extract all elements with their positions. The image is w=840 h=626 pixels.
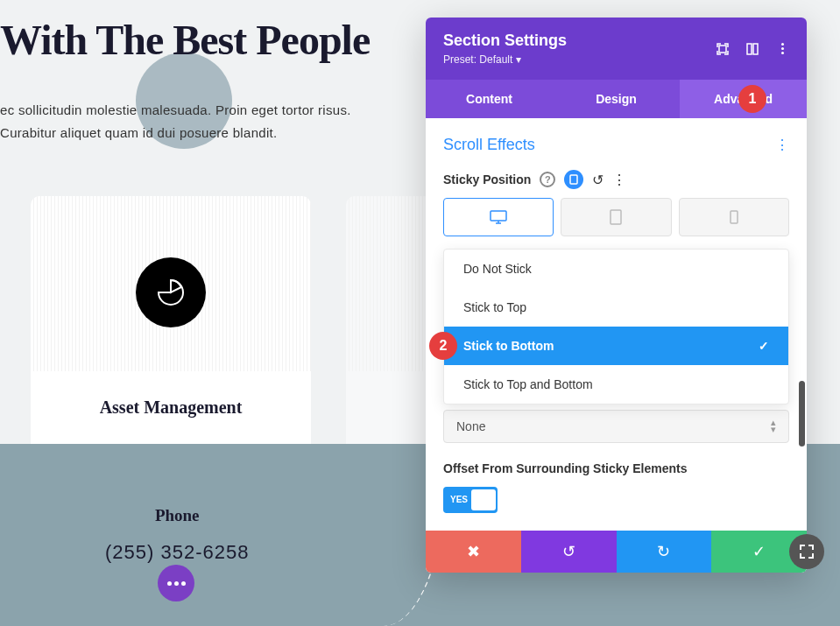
scrollbar[interactable] (799, 381, 805, 447)
updown-icon: ▴▾ (771, 419, 776, 433)
undo-button[interactable]: ↺ (521, 531, 617, 573)
page-title: With The Best People (0, 0, 840, 64)
tablet-icon (610, 209, 622, 225)
panel-body: Scroll Effects ⋮ Sticky Position ? ↺ ⋮ D… (426, 118, 807, 531)
option-stick-to-top[interactable]: Stick to Top (444, 288, 788, 327)
field-kebab-icon[interactable]: ⋮ (612, 172, 626, 188)
select-none[interactable]: None ▴▾ (443, 410, 789, 443)
help-icon[interactable]: ? (540, 172, 555, 187)
device-tab-desktop[interactable] (443, 198, 554, 236)
annotation-badge-2: 2 (429, 332, 457, 360)
reset-icon[interactable]: ↺ (592, 172, 604, 188)
redo-button[interactable]: ↻ (617, 531, 712, 573)
option-stick-top-bottom[interactable]: Stick to Top and Bottom (444, 365, 788, 404)
svg-rect-3 (570, 175, 577, 184)
more-options-button[interactable] (158, 565, 194, 601)
sticky-position-dropdown: Do Not Stick Stick to Top 2 Stick to Bot… (443, 249, 789, 404)
toggle-knob (471, 489, 496, 510)
check-icon: ✓ (759, 339, 769, 353)
device-tab-phone[interactable] (679, 198, 789, 236)
pie-chart-icon (136, 257, 206, 327)
svg-rect-4 (491, 211, 506, 221)
field-label: Sticky Position (443, 172, 531, 186)
device-tabs (443, 198, 789, 236)
contact-label: Phone (105, 506, 249, 525)
contact-block: Phone (255) 352-6258 (105, 506, 249, 564)
offset-toggle[interactable]: YES (443, 487, 498, 513)
contact-value: (255) 352-6258 (105, 541, 249, 564)
undo-icon: ↺ (562, 542, 575, 561)
modal-footer: ✖ ↺ ↻ ✓ (426, 531, 807, 573)
expand-fab[interactable] (789, 534, 824, 569)
toggle-label: YES (445, 495, 468, 504)
check-icon: ✓ (752, 542, 766, 561)
svg-rect-5 (611, 210, 621, 224)
option-stick-to-bottom[interactable]: 2 Stick to Bottom ✓ (444, 327, 788, 365)
card-title: Asset Management (100, 397, 243, 418)
desktop-icon (490, 210, 507, 224)
expand-arrows-icon (799, 544, 815, 559)
device-tab-tablet[interactable] (561, 198, 671, 236)
offset-label: Offset From Surrounding Sticky Elements (443, 461, 789, 478)
card-asset-management[interactable]: Asset Management (31, 196, 311, 459)
phone-icon (730, 210, 738, 224)
responsive-icon[interactable] (564, 170, 583, 189)
cancel-button[interactable]: ✖ (426, 531, 521, 573)
svg-rect-6 (731, 211, 738, 223)
option-do-not-stick[interactable]: Do Not Stick (444, 250, 788, 288)
page-body-text: ec sollicitudin molestie malesuada. Proi… (0, 99, 840, 144)
close-icon: ✖ (467, 542, 480, 561)
redo-icon: ↻ (657, 542, 670, 561)
